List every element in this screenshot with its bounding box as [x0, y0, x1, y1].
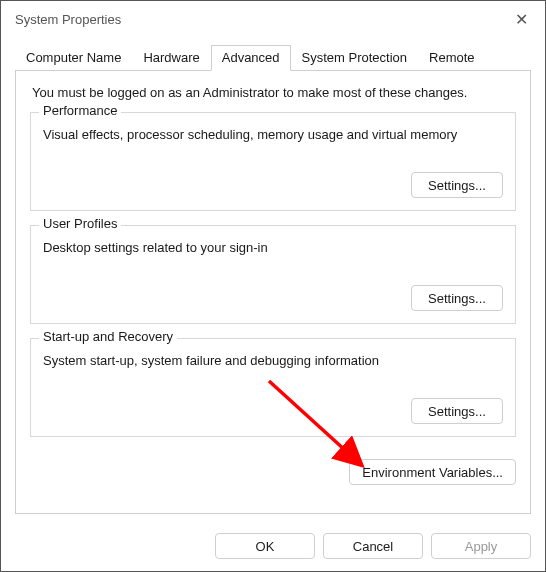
- system-properties-dialog: System Properties ✕ Computer Name Hardwa…: [0, 0, 546, 572]
- admin-notice: You must be logged on as an Administrato…: [32, 85, 516, 100]
- tab-advanced[interactable]: Advanced: [211, 45, 291, 71]
- tabstrip: Computer Name Hardware Advanced System P…: [15, 45, 531, 71]
- group-user-profiles-legend: User Profiles: [39, 216, 121, 231]
- tab-system-protection[interactable]: System Protection: [291, 45, 419, 71]
- startup-recovery-settings-button[interactable]: Settings...: [411, 398, 503, 424]
- group-startup-recovery-legend: Start-up and Recovery: [39, 329, 177, 344]
- ok-button[interactable]: OK: [215, 533, 315, 559]
- group-performance-desc: Visual effects, processor scheduling, me…: [43, 127, 503, 142]
- group-user-profiles: User Profiles Desktop settings related t…: [30, 225, 516, 324]
- cancel-button[interactable]: Cancel: [323, 533, 423, 559]
- apply-button[interactable]: Apply: [431, 533, 531, 559]
- window-title: System Properties: [15, 12, 121, 27]
- dialog-footer: OK Cancel Apply: [215, 533, 531, 559]
- group-performance: Performance Visual effects, processor sc…: [30, 112, 516, 211]
- tabpanel-advanced: You must be logged on as an Administrato…: [15, 70, 531, 514]
- performance-settings-button[interactable]: Settings...: [411, 172, 503, 198]
- tab-computer-name[interactable]: Computer Name: [15, 45, 132, 71]
- tab-remote[interactable]: Remote: [418, 45, 486, 71]
- titlebar: System Properties ✕: [1, 1, 545, 37]
- group-startup-recovery: Start-up and Recovery System start-up, s…: [30, 338, 516, 437]
- environment-variables-button[interactable]: Environment Variables...: [349, 459, 516, 485]
- group-user-profiles-desc: Desktop settings related to your sign-in: [43, 240, 503, 255]
- close-icon[interactable]: ✕: [511, 10, 531, 29]
- user-profiles-settings-button[interactable]: Settings...: [411, 285, 503, 311]
- tab-hardware[interactable]: Hardware: [132, 45, 210, 71]
- group-startup-recovery-desc: System start-up, system failure and debu…: [43, 353, 503, 368]
- group-performance-legend: Performance: [39, 103, 121, 118]
